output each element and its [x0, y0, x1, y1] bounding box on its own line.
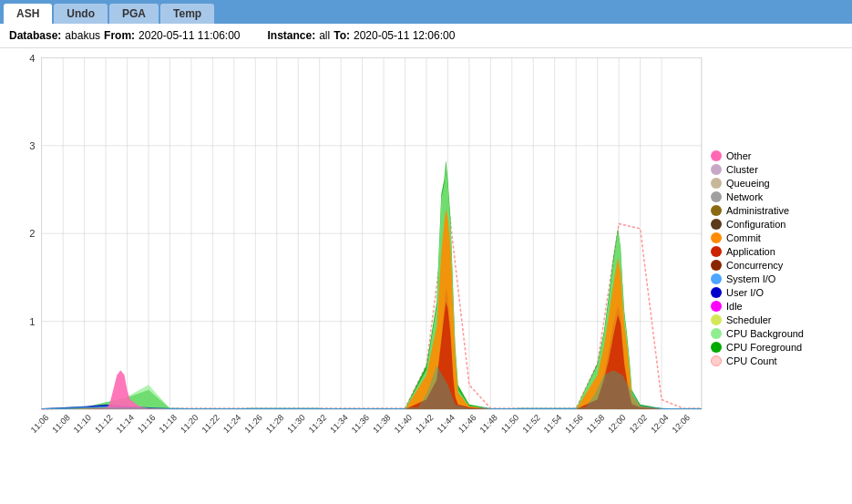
svg-text:11:36: 11:36	[349, 412, 371, 435]
legend-label-cluster: Cluster	[726, 164, 758, 175]
svg-text:11:12: 11:12	[93, 412, 115, 435]
svg-text:11:34: 11:34	[328, 412, 350, 435]
svg-text:11:28: 11:28	[263, 412, 285, 435]
svg-text:1: 1	[29, 316, 35, 327]
instance-label: Instance:	[268, 29, 316, 42]
legend-dot-administrative	[711, 205, 722, 216]
tab-undo[interactable]: Undo	[54, 4, 108, 24]
tab-pga[interactable]: PGA	[109, 4, 159, 24]
svg-text:11:48: 11:48	[477, 412, 499, 435]
legend-item-commit: Commit	[711, 232, 843, 243]
legend-item-cpu-background: CPU Background	[711, 328, 843, 339]
legend-label-cpu-foreground: CPU Foreground	[726, 342, 802, 353]
svg-text:11:22: 11:22	[200, 412, 221, 435]
legend-label-user-io: User I/O	[726, 287, 764, 298]
svg-text:11:18: 11:18	[157, 412, 179, 435]
main-container: ASH Undo PGA Temp Database: abakus From:…	[0, 0, 852, 504]
legend-item-scheduler: Scheduler	[711, 314, 843, 325]
legend-item-cpu-foreground: CPU Foreground	[711, 342, 843, 353]
svg-text:11:14: 11:14	[114, 412, 136, 435]
chart-area: 4 3 2 1	[9, 53, 706, 463]
tab-temp[interactable]: Temp	[160, 4, 214, 24]
legend-label-administrative: Administrative	[726, 205, 789, 216]
legend-item-network: Network	[711, 191, 843, 202]
legend-dot-cpu-foreground	[711, 342, 722, 353]
svg-text:11:26: 11:26	[242, 412, 264, 435]
legend-item-user-io: User I/O	[711, 287, 843, 298]
to-value: 2020-05-11 12:06:00	[354, 29, 455, 42]
svg-text:11:52: 11:52	[520, 412, 542, 435]
legend-item-application: Application	[711, 246, 843, 257]
svg-text:12:02: 12:02	[627, 412, 649, 435]
legend-label-scheduler: Scheduler	[726, 314, 772, 325]
legend-dot-network	[711, 191, 722, 202]
svg-text:11:58: 11:58	[584, 412, 606, 435]
svg-text:3: 3	[29, 140, 35, 151]
legend-dot-cluster	[711, 164, 722, 175]
svg-text:11:38: 11:38	[371, 412, 393, 435]
legend-label-configuration: Configuration	[726, 219, 785, 230]
legend-item-system-io: System I/O	[711, 273, 843, 284]
legend-item-idle: Idle	[711, 301, 843, 312]
legend-dot-concurrency	[711, 260, 722, 271]
legend-dot-other	[711, 150, 722, 161]
legend-item-concurrency: Concurrency	[711, 260, 843, 271]
svg-text:11:20: 11:20	[179, 412, 200, 435]
svg-text:11:50: 11:50	[498, 412, 520, 435]
database-label: Database:	[9, 29, 61, 42]
legend-label-network: Network	[726, 191, 763, 202]
database-name: abakus	[65, 29, 100, 42]
svg-text:11:44: 11:44	[435, 412, 457, 435]
legend-item-configuration: Configuration	[711, 219, 843, 230]
legend-item-other: Other	[711, 150, 843, 161]
legend-label-system-io: System I/O	[726, 273, 775, 284]
legend-dot-cpu-background	[711, 328, 722, 339]
info-bar: Database: abakus From: 2020-05-11 11:06:…	[0, 24, 852, 48]
svg-text:11:46: 11:46	[457, 412, 478, 435]
legend-dot-queueing	[711, 178, 722, 189]
legend-label-queueing: Queueing	[726, 178, 770, 189]
legend-label-idle: Idle	[726, 301, 743, 312]
legend-label-cpu-count: CPU Count	[726, 355, 777, 366]
from-label: From:	[104, 29, 135, 42]
svg-text:11:08: 11:08	[50, 412, 72, 435]
svg-text:11:32: 11:32	[306, 412, 328, 435]
legend-label-concurrency: Concurrency	[726, 260, 783, 271]
tab-bar: ASH Undo PGA Temp	[0, 0, 852, 24]
legend-label-other: Other	[726, 150, 752, 161]
legend-dot-configuration	[711, 219, 722, 230]
to-label: To:	[334, 29, 350, 42]
legend-dot-user-io	[711, 287, 722, 298]
svg-text:12:00: 12:00	[606, 412, 628, 435]
legend-dot-commit	[711, 232, 722, 243]
svg-text:11:06: 11:06	[28, 412, 50, 435]
svg-text:11:16: 11:16	[136, 412, 158, 435]
legend-dot-idle	[711, 301, 722, 312]
chart-container: 4 3 2 1	[0, 48, 852, 468]
legend-item-queueing: Queueing	[711, 178, 843, 189]
svg-text:11:24: 11:24	[221, 412, 243, 435]
from-value: 2020-05-11 11:06:00	[139, 29, 240, 42]
svg-text:12:06: 12:06	[670, 412, 692, 435]
legend-label-cpu-background: CPU Background	[726, 328, 804, 339]
legend-item-administrative: Administrative	[711, 205, 843, 216]
legend-dot-cpu-count	[711, 355, 722, 366]
legend-dot-system-io	[711, 273, 722, 284]
svg-text:4: 4	[29, 53, 36, 64]
legend-dot-scheduler	[711, 314, 722, 325]
legend-label-application: Application	[726, 246, 775, 257]
legend-item-cpu-count: CPU Count	[711, 355, 843, 366]
svg-text:2: 2	[29, 228, 35, 239]
chart-svg: 4 3 2 1	[9, 53, 706, 463]
svg-text:11:56: 11:56	[563, 412, 585, 435]
instance-value: all	[319, 29, 330, 42]
svg-text:11:42: 11:42	[414, 412, 436, 435]
svg-text:11:10: 11:10	[71, 412, 93, 435]
svg-text:12:04: 12:04	[649, 412, 671, 435]
legend-dot-application	[711, 246, 722, 257]
legend-item-cluster: Cluster	[711, 164, 843, 175]
tab-ash[interactable]: ASH	[4, 4, 52, 24]
svg-text:11:54: 11:54	[541, 412, 563, 435]
svg-text:11:30: 11:30	[285, 412, 307, 435]
chart-legend: Other Cluster Queueing Network Administr…	[706, 53, 847, 463]
